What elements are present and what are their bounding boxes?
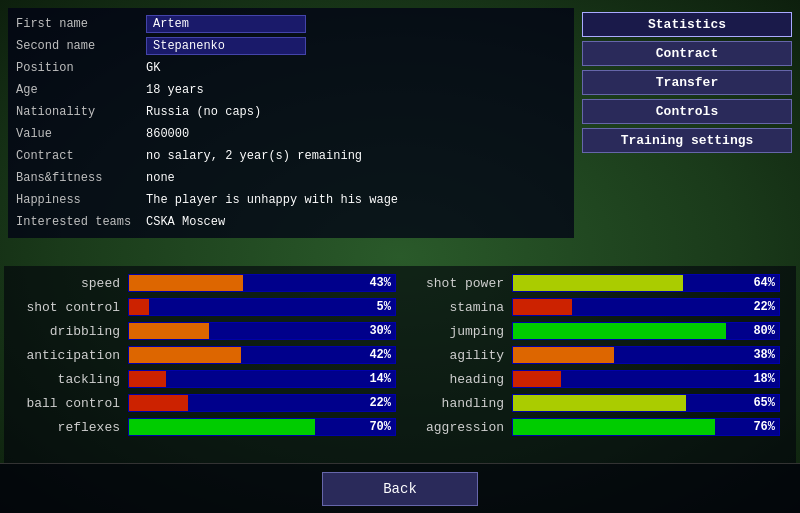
stat-label: agility (404, 348, 504, 363)
second-name-label: Second name (16, 39, 146, 53)
position-row: Position GK (16, 58, 566, 78)
stat-label: shot power (404, 276, 504, 291)
stat-bar-container: 76% (512, 418, 780, 436)
stat-bar-container: 38% (512, 346, 780, 364)
stat-value: 43% (369, 276, 391, 290)
nationality-label: Nationality (16, 105, 146, 119)
stat-bar-fill (513, 275, 683, 291)
stat-label: heading (404, 372, 504, 387)
bottom-bar: Back (0, 463, 800, 513)
first-name-value: Artem (146, 15, 306, 33)
stat-bar-container: 22% (128, 394, 396, 412)
stat-value: 64% (753, 276, 775, 290)
stat-bar-container: 14% (128, 370, 396, 388)
stat-value: 80% (753, 324, 775, 338)
stat-label: tackling (20, 372, 120, 387)
stats-left-column: speed43%shot control5%dribbling30%antici… (20, 274, 396, 455)
stat-label: shot control (20, 300, 120, 315)
position-value: GK (146, 61, 160, 75)
stat-bar-fill (129, 275, 243, 291)
stat-value: 38% (753, 348, 775, 362)
stat-label: dribbling (20, 324, 120, 339)
transfer-button[interactable]: Transfer (582, 70, 792, 95)
second-name-value: Stepanenko (146, 37, 306, 55)
stat-bar-container: 64% (512, 274, 780, 292)
stat-label: ball control (20, 396, 120, 411)
bans-value: none (146, 171, 175, 185)
spacer (0, 246, 800, 266)
stat-row: agility38% (404, 346, 780, 364)
contract-label: Contract (16, 149, 146, 163)
stat-value: 22% (753, 300, 775, 314)
stat-row: tackling14% (20, 370, 396, 388)
stat-bar-fill (513, 299, 572, 315)
happiness-row: Happiness The player is unhappy with his… (16, 190, 566, 210)
stat-value: 42% (369, 348, 391, 362)
stat-bar-fill (129, 395, 188, 411)
statistics-button[interactable]: Statistics (582, 12, 792, 37)
stat-bar-fill (129, 371, 166, 387)
value-value: 860000 (146, 127, 189, 141)
bans-label: Bans&fitness (16, 171, 146, 185)
stat-bar-fill (513, 323, 726, 339)
stat-label: stamina (404, 300, 504, 315)
stat-value: 65% (753, 396, 775, 410)
stat-label: speed (20, 276, 120, 291)
first-name-row: First name Artem (16, 14, 566, 34)
stat-bar-fill (129, 323, 209, 339)
stat-value: 18% (753, 372, 775, 386)
stat-row: shot power64% (404, 274, 780, 292)
happiness-label: Happiness (16, 193, 146, 207)
top-section: First name Artem Second name Stepanenko … (0, 0, 800, 246)
first-name-label: First name (16, 17, 146, 31)
stat-bar-container: 18% (512, 370, 780, 388)
age-value: 18 years (146, 83, 204, 97)
player-info: First name Artem Second name Stepanenko … (8, 8, 574, 238)
interested-row: Interested teams CSKA Moscew (16, 212, 566, 232)
stat-bar-fill (129, 347, 241, 363)
stat-bar-fill (513, 347, 614, 363)
stat-value: 70% (369, 420, 391, 434)
stat-bar-container: 22% (512, 298, 780, 316)
contract-value: no salary, 2 year(s) remaining (146, 149, 362, 163)
age-label: Age (16, 83, 146, 97)
stat-bar-container: 42% (128, 346, 396, 364)
training-button[interactable]: Training settings (582, 128, 792, 153)
stat-row: shot control5% (20, 298, 396, 316)
nav-buttons: Statistics Contract Transfer Controls Tr… (582, 8, 792, 238)
controls-button[interactable]: Controls (582, 99, 792, 124)
stat-row: ball control22% (20, 394, 396, 412)
stat-value: 5% (377, 300, 391, 314)
stat-row: speed43% (20, 274, 396, 292)
stat-bar-container: 5% (128, 298, 396, 316)
stat-bar-fill (513, 395, 686, 411)
bans-row: Bans&fitness none (16, 168, 566, 188)
contract-button[interactable]: Contract (582, 41, 792, 66)
stat-row: jumping80% (404, 322, 780, 340)
stat-row: anticipation42% (20, 346, 396, 364)
stat-bar-container: 65% (512, 394, 780, 412)
stat-bar-container: 70% (128, 418, 396, 436)
stats-section: speed43%shot control5%dribbling30%antici… (4, 266, 796, 463)
stat-bar-fill (129, 299, 142, 315)
stat-row: dribbling30% (20, 322, 396, 340)
back-button[interactable]: Back (322, 472, 478, 506)
interested-label: Interested teams (16, 215, 146, 229)
value-row: Value 860000 (16, 124, 566, 144)
stat-value: 76% (753, 420, 775, 434)
stat-row: stamina22% (404, 298, 780, 316)
stat-label: anticipation (20, 348, 120, 363)
stat-bar-container: 80% (512, 322, 780, 340)
contract-row: Contract no salary, 2 year(s) remaining (16, 146, 566, 166)
stat-label: jumping (404, 324, 504, 339)
interested-value: CSKA Moscew (146, 215, 225, 229)
stat-label: handling (404, 396, 504, 411)
age-row: Age 18 years (16, 80, 566, 100)
stat-value: 22% (369, 396, 391, 410)
nationality-row: Nationality Russia (no caps) (16, 102, 566, 122)
stat-bar-fill (129, 419, 315, 435)
stat-bar-fill (513, 371, 561, 387)
value-label: Value (16, 127, 146, 141)
happiness-value: The player is unhappy with his wage (146, 193, 398, 207)
position-label: Position (16, 61, 146, 75)
